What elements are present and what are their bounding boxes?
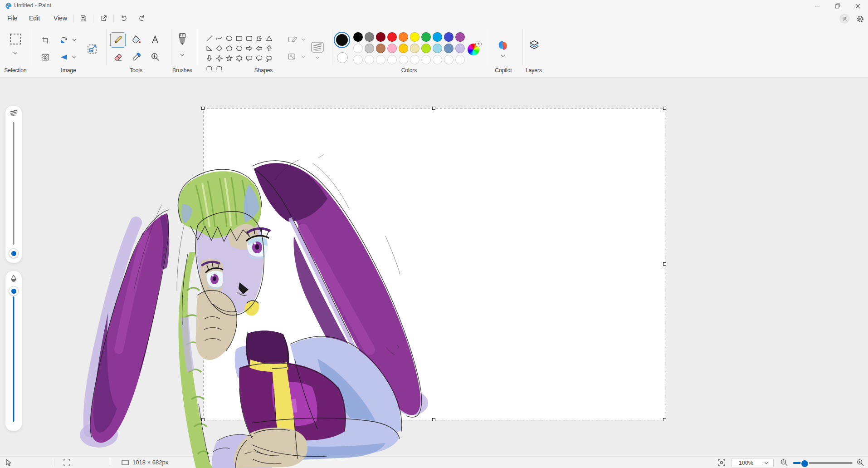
canvas-handle-sw[interactable]	[201, 418, 205, 421]
color-swatch[interactable]	[410, 32, 419, 42]
zoom-slider-thumb[interactable]	[800, 459, 809, 468]
color-swatch-empty[interactable]	[353, 55, 363, 64]
redo-button[interactable]	[135, 13, 149, 24]
canvas-handle-ne[interactable]	[663, 107, 666, 110]
color-swatch[interactable]	[433, 32, 442, 42]
shape-pentagon[interactable]	[224, 43, 234, 53]
shape-right-triangle[interactable]	[204, 43, 214, 53]
color-swatch[interactable]	[455, 32, 465, 42]
shape-outline-dropdown[interactable]	[300, 37, 307, 42]
flip-dropdown[interactable]	[71, 55, 78, 59]
color-swatch-empty[interactable]	[399, 55, 408, 64]
shape-rectangle[interactable]	[234, 33, 244, 43]
color-swatch-empty[interactable]	[365, 55, 374, 64]
account-button[interactable]	[839, 14, 850, 24]
save-button[interactable]	[76, 13, 90, 24]
color-swatch-empty[interactable]	[444, 55, 454, 64]
shape-outline-button[interactable]	[286, 34, 299, 45]
shape-arrow-up[interactable]	[264, 43, 274, 53]
opacity-slider-thumb[interactable]	[9, 286, 19, 296]
copilot-button[interactable]	[496, 39, 510, 52]
canvas-handle-w[interactable]	[201, 262, 205, 266]
fit-screen-button[interactable]	[717, 458, 726, 467]
color-swatch[interactable]	[455, 44, 465, 53]
brushes-dropdown[interactable]	[179, 53, 185, 57]
color-swatch-empty[interactable]	[410, 55, 419, 64]
color-swatch[interactable]	[365, 32, 374, 42]
shape-star-4[interactable]	[214, 53, 224, 63]
canvas-handle-e[interactable]	[663, 262, 666, 266]
text-tool-button[interactable]	[148, 33, 162, 46]
restore-button[interactable]	[827, 0, 848, 12]
brushes-button[interactable]	[176, 32, 189, 50]
stroke-size-button[interactable]	[309, 40, 326, 54]
color-swatch-empty[interactable]	[421, 55, 431, 64]
rotate-dropdown[interactable]	[71, 38, 78, 42]
fill-tool-button[interactable]	[130, 33, 143, 46]
stroke-size-dropdown[interactable]	[314, 55, 321, 60]
zoom-out-button[interactable]	[780, 458, 788, 467]
selection-tool-button[interactable]	[8, 32, 23, 46]
settings-button[interactable]	[853, 14, 867, 25]
flip-button[interactable]	[58, 51, 70, 64]
drawing-canvas[interactable]	[203, 108, 665, 420]
shape-rounded-rectangle[interactable]	[244, 33, 254, 43]
pencil-tool-button[interactable]	[110, 32, 126, 48]
color-swatch[interactable]	[376, 32, 385, 42]
shape-polygon[interactable]	[254, 33, 264, 43]
size-slider-thumb[interactable]	[9, 248, 19, 258]
shape-rounded-top[interactable]	[214, 63, 224, 70]
color-swatch[interactable]	[365, 44, 374, 53]
color-swatch[interactable]	[410, 44, 419, 53]
color-swatch[interactable]	[444, 44, 454, 53]
shape-fill-button[interactable]	[286, 51, 299, 63]
close-button[interactable]	[847, 0, 868, 12]
crop-button[interactable]	[39, 34, 52, 46]
shape-callout-cloud[interactable]	[264, 53, 274, 63]
zoom-in-button[interactable]	[856, 458, 864, 467]
zoom-level-dropdown[interactable]: 100%	[731, 458, 774, 468]
shape-callout-rounded[interactable]	[244, 53, 254, 63]
shape-oval[interactable]	[224, 33, 234, 43]
color2-swatch[interactable]	[337, 52, 348, 63]
canvas-handle-se[interactable]	[663, 418, 666, 421]
color-swatch[interactable]	[421, 44, 431, 53]
canvas-handle-nw[interactable]	[201, 107, 205, 110]
color-swatch[interactable]	[399, 32, 408, 42]
shape-star-5[interactable]	[224, 53, 234, 63]
menu-view[interactable]: View	[49, 13, 72, 23]
shape-arrow-right[interactable]	[244, 43, 254, 53]
color-swatch[interactable]	[387, 44, 397, 53]
shape-line[interactable]	[204, 33, 214, 43]
shape-hexagon[interactable]	[234, 43, 244, 53]
color-swatch-empty[interactable]	[387, 55, 397, 64]
color-swatch[interactable]	[433, 44, 442, 53]
color-swatch-empty[interactable]	[433, 55, 442, 64]
rotate-button[interactable]	[58, 34, 70, 46]
shape-star-6[interactable]	[234, 53, 244, 63]
size-slider-track[interactable]	[13, 122, 15, 245]
shape-arrow-left[interactable]	[254, 43, 264, 53]
color-swatch[interactable]	[399, 44, 408, 53]
shape-triangle[interactable]	[264, 33, 274, 43]
color-swatch-empty[interactable]	[455, 55, 465, 64]
share-button[interactable]	[97, 13, 110, 24]
color-picker-button[interactable]	[130, 50, 143, 64]
remove-background-button[interactable]	[39, 51, 52, 64]
shape-rounded-top[interactable]	[204, 63, 214, 70]
canvas-handle-n[interactable]	[432, 107, 435, 110]
color-swatch[interactable]	[387, 32, 397, 42]
undo-button[interactable]	[117, 13, 131, 24]
copilot-dropdown[interactable]	[500, 54, 506, 58]
opacity-slider-track[interactable]	[13, 296, 15, 422]
selection-dropdown[interactable]	[12, 51, 19, 55]
color-swatch-empty[interactable]	[376, 55, 385, 64]
shape-fill-dropdown[interactable]	[300, 54, 307, 59]
shape-callout-oval[interactable]	[254, 53, 264, 63]
shape-arrow-down[interactable]	[204, 53, 214, 63]
color-swatch[interactable]	[421, 32, 431, 42]
color-swatch[interactable]	[353, 32, 363, 42]
magnifier-tool-button[interactable]	[148, 50, 162, 64]
shape-diamond[interactable]	[214, 43, 224, 53]
eraser-tool-button[interactable]	[111, 50, 125, 64]
